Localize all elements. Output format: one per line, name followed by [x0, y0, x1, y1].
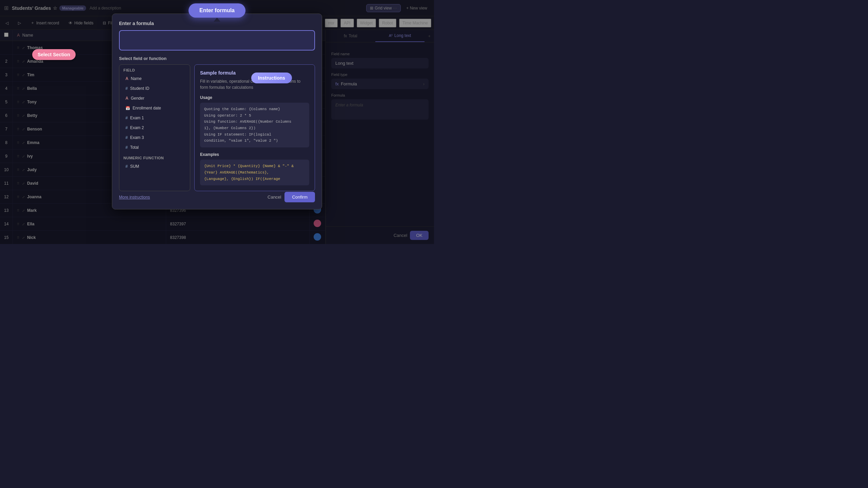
usage-line-5: Using IF statement: IF(logical	[204, 131, 305, 138]
enter-formula-caret	[214, 18, 220, 22]
example-code-yellow: {Unit Price} * {Quantity} {Name} & "-" &…	[204, 164, 294, 181]
usage-line-3: Using function: AVERAGE({Number Columns	[204, 119, 305, 125]
select-field-section-title: Select field or function	[119, 56, 315, 61]
usage-line-6: condition, "value 1", "value 2 ")	[204, 138, 305, 144]
field-total-item[interactable]: # Total	[121, 143, 189, 152]
field-total-label: Total	[130, 145, 139, 150]
field-studentid-label: Student ID	[130, 86, 150, 91]
usage-line-4: 1}, {Number Columns 2})	[204, 125, 305, 131]
field-studentid-item[interactable]: # Student ID	[121, 84, 189, 93]
field-name-item[interactable]: A Name	[121, 74, 189, 83]
instructions-badge: Instructions	[251, 73, 292, 83]
examples-title: Examples	[200, 152, 309, 157]
instructions-badge-container: Instructions	[251, 73, 315, 83]
a-field-icon: A	[125, 76, 129, 81]
field-name-label-item: Name	[131, 76, 142, 81]
select-section-arrow	[70, 54, 74, 59]
dialog-cancel-btn[interactable]: Cancel	[268, 195, 281, 200]
more-instructions-link[interactable]: More instructions	[119, 195, 150, 200]
formula-dialog: Enter a formula Select field or function…	[112, 14, 322, 209]
hash5-field-icon: #	[125, 145, 128, 150]
field-exam1-label: Exam 1	[130, 116, 144, 120]
usage-line-1: Quoting the Column: {Columns name}	[204, 106, 305, 113]
field-gender-label: Gender	[131, 96, 144, 101]
hash6-field-icon: #	[125, 164, 128, 169]
enter-formula-floating-btn[interactable]: Enter formula	[189, 3, 245, 18]
usage-title: Usage	[200, 95, 309, 100]
field-gender-item[interactable]: A Gender	[121, 94, 189, 103]
hash-field-icon: #	[125, 86, 128, 91]
field-exam3-item[interactable]: # Exam 3	[121, 133, 189, 142]
usage-line-2: Using operator: 2 * 5	[204, 113, 305, 119]
field-exam3-label: Exam 3	[130, 135, 144, 140]
usage-code-block: Quoting the Column: {Columns name} Using…	[200, 103, 309, 147]
dialog-bottom-bar: More instructions Cancel Confirm	[119, 192, 315, 202]
a2-field-icon: A	[125, 96, 129, 101]
dialog-action-buttons: Cancel Confirm	[268, 192, 315, 202]
func-sum-label: SUM	[130, 164, 139, 169]
formula-input-box[interactable]	[119, 30, 315, 50]
field-section-header: Field	[119, 65, 190, 74]
field-list-panel: Field A Name # Student ID A Gender 📅 Enr…	[119, 64, 190, 191]
hash2-field-icon: #	[125, 116, 128, 120]
numeric-section-header: Numeric Function	[119, 152, 190, 161]
hash3-field-icon: #	[125, 125, 128, 130]
examples-code-block: {Unit Price} * {Quantity} {Name} & "-" &…	[200, 160, 309, 185]
field-enrollment-item[interactable]: 📅 Enrollment date	[121, 103, 189, 113]
func-sum-item[interactable]: # SUM	[121, 162, 189, 171]
field-exam2-label: Exam 2	[130, 125, 144, 130]
field-exam2-item[interactable]: # Exam 2	[121, 123, 189, 133]
hash4-field-icon: #	[125, 135, 128, 140]
field-exam1-item[interactable]: # Exam 1	[121, 113, 189, 123]
cal-field-icon: 📅	[125, 106, 130, 110]
dialog-confirm-btn[interactable]: Confirm	[284, 192, 315, 202]
select-section-badge: Select Section	[32, 49, 76, 60]
field-enrollment-label: Enrollment date	[133, 106, 161, 110]
